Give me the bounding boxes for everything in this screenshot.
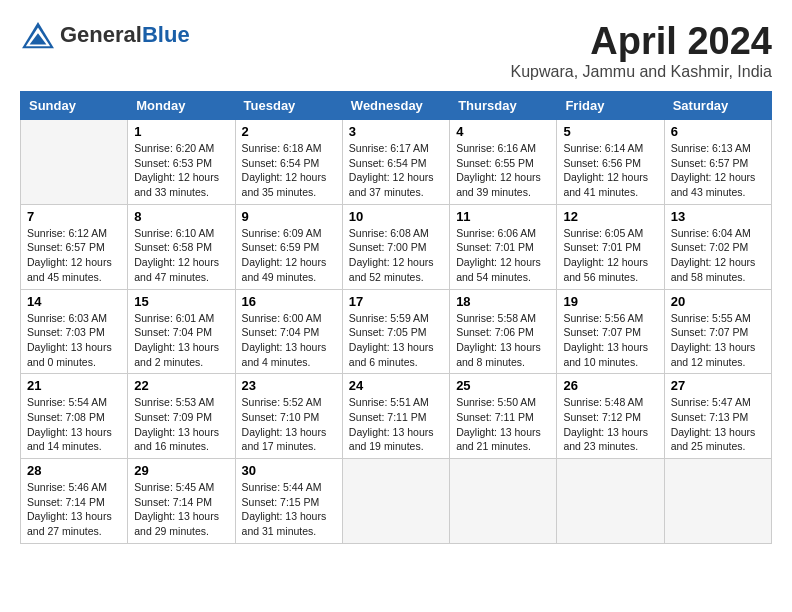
day-number: 20 — [671, 294, 765, 309]
day-number: 8 — [134, 209, 228, 224]
page-location: Kupwara, Jammu and Kashmir, India — [511, 63, 772, 81]
day-info: Sunrise: 6:14 AMSunset: 6:56 PMDaylight:… — [563, 141, 657, 200]
calendar-cell: 3Sunrise: 6:17 AMSunset: 6:54 PMDaylight… — [342, 120, 449, 205]
day-info: Sunrise: 6:00 AMSunset: 7:04 PMDaylight:… — [242, 311, 336, 370]
day-number: 3 — [349, 124, 443, 139]
calendar-cell: 15Sunrise: 6:01 AMSunset: 7:04 PMDayligh… — [128, 289, 235, 374]
calendar-cell: 7Sunrise: 6:12 AMSunset: 6:57 PMDaylight… — [21, 204, 128, 289]
day-number: 28 — [27, 463, 121, 478]
day-number: 30 — [242, 463, 336, 478]
calendar-cell: 14Sunrise: 6:03 AMSunset: 7:03 PMDayligh… — [21, 289, 128, 374]
day-info: Sunrise: 5:58 AMSunset: 7:06 PMDaylight:… — [456, 311, 550, 370]
day-number: 10 — [349, 209, 443, 224]
calendar-week-row: 28Sunrise: 5:46 AMSunset: 7:14 PMDayligh… — [21, 459, 772, 544]
day-number: 6 — [671, 124, 765, 139]
weekday-header: Friday — [557, 92, 664, 120]
day-number: 13 — [671, 209, 765, 224]
calendar-cell: 5Sunrise: 6:14 AMSunset: 6:56 PMDaylight… — [557, 120, 664, 205]
day-info: Sunrise: 5:55 AMSunset: 7:07 PMDaylight:… — [671, 311, 765, 370]
calendar-cell — [21, 120, 128, 205]
day-number: 5 — [563, 124, 657, 139]
day-number: 23 — [242, 378, 336, 393]
calendar-table: SundayMondayTuesdayWednesdayThursdayFrid… — [20, 91, 772, 544]
calendar-cell: 18Sunrise: 5:58 AMSunset: 7:06 PMDayligh… — [450, 289, 557, 374]
day-number: 21 — [27, 378, 121, 393]
day-info: Sunrise: 5:53 AMSunset: 7:09 PMDaylight:… — [134, 395, 228, 454]
weekday-header: Tuesday — [235, 92, 342, 120]
day-number: 4 — [456, 124, 550, 139]
day-info: Sunrise: 6:08 AMSunset: 7:00 PMDaylight:… — [349, 226, 443, 285]
title-block: April 2024 Kupwara, Jammu and Kashmir, I… — [511, 20, 772, 81]
calendar-cell — [342, 459, 449, 544]
day-number: 26 — [563, 378, 657, 393]
day-number: 7 — [27, 209, 121, 224]
calendar-cell: 26Sunrise: 5:48 AMSunset: 7:12 PMDayligh… — [557, 374, 664, 459]
calendar-cell: 11Sunrise: 6:06 AMSunset: 7:01 PMDayligh… — [450, 204, 557, 289]
day-number: 18 — [456, 294, 550, 309]
day-info: Sunrise: 6:09 AMSunset: 6:59 PMDaylight:… — [242, 226, 336, 285]
day-info: Sunrise: 6:01 AMSunset: 7:04 PMDaylight:… — [134, 311, 228, 370]
calendar-cell: 20Sunrise: 5:55 AMSunset: 7:07 PMDayligh… — [664, 289, 771, 374]
day-info: Sunrise: 5:46 AMSunset: 7:14 PMDaylight:… — [27, 480, 121, 539]
day-number: 19 — [563, 294, 657, 309]
weekday-header: Wednesday — [342, 92, 449, 120]
weekday-header: Sunday — [21, 92, 128, 120]
day-number: 24 — [349, 378, 443, 393]
day-info: Sunrise: 5:59 AMSunset: 7:05 PMDaylight:… — [349, 311, 443, 370]
day-number: 16 — [242, 294, 336, 309]
calendar-week-row: 7Sunrise: 6:12 AMSunset: 6:57 PMDaylight… — [21, 204, 772, 289]
page-header: GeneralBlue April 2024 Kupwara, Jammu an… — [20, 20, 772, 81]
logo-general-text: General — [60, 22, 142, 47]
logo: GeneralBlue — [20, 20, 190, 50]
day-info: Sunrise: 6:13 AMSunset: 6:57 PMDaylight:… — [671, 141, 765, 200]
day-number: 14 — [27, 294, 121, 309]
day-number: 12 — [563, 209, 657, 224]
day-number: 15 — [134, 294, 228, 309]
day-number: 22 — [134, 378, 228, 393]
page-title: April 2024 — [511, 20, 772, 63]
calendar-cell: 28Sunrise: 5:46 AMSunset: 7:14 PMDayligh… — [21, 459, 128, 544]
day-number: 17 — [349, 294, 443, 309]
day-info: Sunrise: 6:05 AMSunset: 7:01 PMDaylight:… — [563, 226, 657, 285]
day-number: 11 — [456, 209, 550, 224]
day-info: Sunrise: 6:17 AMSunset: 6:54 PMDaylight:… — [349, 141, 443, 200]
weekday-header: Monday — [128, 92, 235, 120]
calendar-cell: 29Sunrise: 5:45 AMSunset: 7:14 PMDayligh… — [128, 459, 235, 544]
day-info: Sunrise: 6:18 AMSunset: 6:54 PMDaylight:… — [242, 141, 336, 200]
calendar-cell — [557, 459, 664, 544]
calendar-cell: 2Sunrise: 6:18 AMSunset: 6:54 PMDaylight… — [235, 120, 342, 205]
calendar-cell: 12Sunrise: 6:05 AMSunset: 7:01 PMDayligh… — [557, 204, 664, 289]
day-number: 27 — [671, 378, 765, 393]
day-info: Sunrise: 5:50 AMSunset: 7:11 PMDaylight:… — [456, 395, 550, 454]
calendar-cell: 22Sunrise: 5:53 AMSunset: 7:09 PMDayligh… — [128, 374, 235, 459]
calendar-week-row: 21Sunrise: 5:54 AMSunset: 7:08 PMDayligh… — [21, 374, 772, 459]
calendar-cell — [664, 459, 771, 544]
day-number: 9 — [242, 209, 336, 224]
day-info: Sunrise: 5:45 AMSunset: 7:14 PMDaylight:… — [134, 480, 228, 539]
calendar-cell: 30Sunrise: 5:44 AMSunset: 7:15 PMDayligh… — [235, 459, 342, 544]
day-info: Sunrise: 5:56 AMSunset: 7:07 PMDaylight:… — [563, 311, 657, 370]
day-number: 2 — [242, 124, 336, 139]
calendar-cell: 9Sunrise: 6:09 AMSunset: 6:59 PMDaylight… — [235, 204, 342, 289]
day-info: Sunrise: 5:54 AMSunset: 7:08 PMDaylight:… — [27, 395, 121, 454]
day-info: Sunrise: 6:16 AMSunset: 6:55 PMDaylight:… — [456, 141, 550, 200]
weekday-header-row: SundayMondayTuesdayWednesdayThursdayFrid… — [21, 92, 772, 120]
logo-icon — [20, 20, 56, 50]
day-info: Sunrise: 5:47 AMSunset: 7:13 PMDaylight:… — [671, 395, 765, 454]
calendar-cell: 16Sunrise: 6:00 AMSunset: 7:04 PMDayligh… — [235, 289, 342, 374]
day-info: Sunrise: 6:12 AMSunset: 6:57 PMDaylight:… — [27, 226, 121, 285]
day-info: Sunrise: 5:52 AMSunset: 7:10 PMDaylight:… — [242, 395, 336, 454]
day-info: Sunrise: 6:20 AMSunset: 6:53 PMDaylight:… — [134, 141, 228, 200]
calendar-cell: 25Sunrise: 5:50 AMSunset: 7:11 PMDayligh… — [450, 374, 557, 459]
calendar-week-row: 1Sunrise: 6:20 AMSunset: 6:53 PMDaylight… — [21, 120, 772, 205]
calendar-cell: 1Sunrise: 6:20 AMSunset: 6:53 PMDaylight… — [128, 120, 235, 205]
calendar-cell: 13Sunrise: 6:04 AMSunset: 7:02 PMDayligh… — [664, 204, 771, 289]
calendar-cell: 27Sunrise: 5:47 AMSunset: 7:13 PMDayligh… — [664, 374, 771, 459]
calendar-cell — [450, 459, 557, 544]
day-info: Sunrise: 6:03 AMSunset: 7:03 PMDaylight:… — [27, 311, 121, 370]
calendar-cell: 19Sunrise: 5:56 AMSunset: 7:07 PMDayligh… — [557, 289, 664, 374]
day-info: Sunrise: 6:06 AMSunset: 7:01 PMDaylight:… — [456, 226, 550, 285]
calendar-cell: 24Sunrise: 5:51 AMSunset: 7:11 PMDayligh… — [342, 374, 449, 459]
calendar-cell: 10Sunrise: 6:08 AMSunset: 7:00 PMDayligh… — [342, 204, 449, 289]
day-info: Sunrise: 5:44 AMSunset: 7:15 PMDaylight:… — [242, 480, 336, 539]
